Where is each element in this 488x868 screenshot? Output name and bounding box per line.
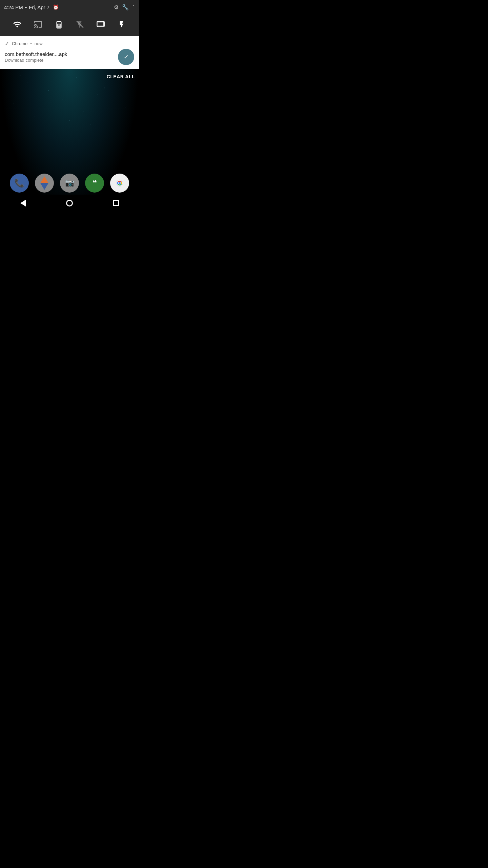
quick-settings-panel: 78 [0,14,139,36]
svg-rect-6 [98,22,104,26]
dock-maps-icon[interactable] [35,174,54,193]
status-date: Fri, Apr 7 [29,4,49,10]
nav-back-button[interactable] [13,196,33,210]
back-icon [20,200,26,206]
dock-hangouts-icon[interactable]: ❝ [85,174,104,193]
home-icon [66,200,73,206]
notification-subtitle: Download complete [5,58,118,63]
navigation-bar [0,195,139,212]
alarm-icon: ⏰ [53,4,59,10]
dock-phone-icon[interactable]: 📞 [10,174,29,193]
notification-action-button[interactable]: ✓ [118,49,134,65]
status-separator: • [25,4,27,10]
nav-home-button[interactable] [59,196,80,210]
settings-icon[interactable]: ⚙ [114,4,119,11]
wallpaper: CLEAR ALL 📞 📷 ❝ [0,69,139,212]
notification-header: ✓ Chrome • now [5,40,134,47]
dock-camera-icon[interactable]: 📷 [60,174,79,193]
recents-icon [113,200,119,206]
battery-icon[interactable]: 78 [52,18,66,31]
wrench-icon: 🔧 [122,4,129,11]
wifi-icon[interactable] [11,18,24,31]
status-time: 4:24 PM [4,4,23,10]
notification-panel: ✓ Chrome • now com.bethsoft.theelder....… [0,36,139,69]
notification-app-icon: ✓ [5,40,9,47]
dock-chrome-icon[interactable] [110,174,129,193]
cast-icon[interactable] [31,18,45,31]
notification-time: now [35,41,43,46]
notification-action-icon: ✓ [124,53,129,61]
clear-all-button[interactable]: CLEAR ALL [107,74,135,79]
app-dock: 📞 📷 ❝ [0,174,139,193]
notification-body: com.bethsoft.theelder....apk Download co… [5,49,134,65]
nav-recents-button[interactable] [106,196,126,210]
svg-text:78: 78 [58,24,60,26]
maps-triangle-up [40,176,48,183]
svg-point-12 [119,182,121,184]
status-bar-left: 4:24 PM • Fri, Apr 7 ⏰ [4,4,59,10]
hangouts-icon: ❝ [93,178,97,188]
notification-text: com.bethsoft.theelder....apk Download co… [5,51,118,63]
notification-title: com.bethsoft.theelder....apk [5,51,118,57]
maps-triangle-down [40,183,48,190]
notification-app-name: Chrome [12,41,27,46]
screen-record-icon[interactable] [94,18,107,31]
phone-icon: 📞 [14,178,24,188]
svg-rect-1 [58,21,60,21]
status-bar: 4:24 PM • Fri, Apr 7 ⏰ ⚙ 🔧 ˅ [0,0,139,14]
chrome-logo-icon [114,177,126,189]
camera-icon: 📷 [65,179,74,188]
status-bar-right: ⚙ 🔧 ˅ [114,4,135,11]
notification-separator: • [30,41,32,46]
torch-icon[interactable] [115,18,128,31]
expand-icon[interactable]: ˅ [132,4,135,11]
flashlight-off-icon[interactable] [73,18,87,31]
